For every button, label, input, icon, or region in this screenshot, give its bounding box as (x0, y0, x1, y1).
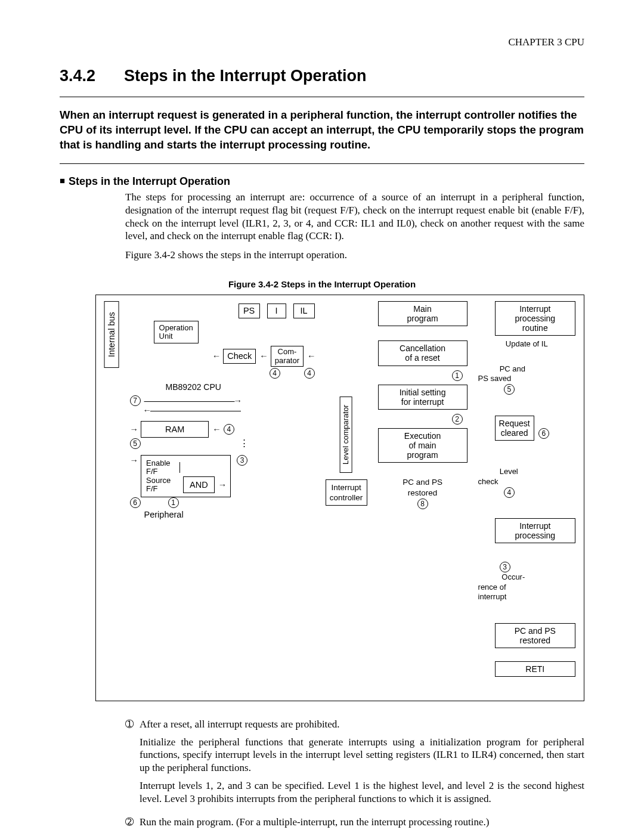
operation-unit-box: Operation Unit (154, 321, 199, 344)
circled-4: 4 (304, 368, 315, 379)
flow-interrupt-processing: Interrupt processing (495, 518, 575, 543)
square-bullet-icon: ■ (60, 175, 65, 185)
arrow-icon: ← (259, 351, 267, 362)
enable-ff-label: Enable F/F (146, 459, 176, 476)
arrow-icon: → (130, 424, 138, 435)
peripheral-label: Peripheral (144, 509, 184, 521)
section-title: 3.4.2Steps in the Interrupt Operation (60, 66, 584, 86)
intro-para-2: Figure 3.4-2 shows the steps in the inte… (125, 249, 584, 262)
comparator-box: Com- parator (271, 346, 304, 367)
flow-initial-setting: Initial setting for interrupt (378, 385, 467, 410)
circled-1: 1 (168, 497, 179, 508)
step-2-para-a: Run the main program. (For a multiple-in… (140, 816, 584, 829)
arrow-icon: ← (212, 424, 220, 435)
arrow-icon: ← (212, 351, 220, 362)
circled-7: 7 (130, 395, 141, 406)
flow-pcps-restored-box: PC and PS restored (495, 623, 575, 648)
circled-8: 8 (417, 498, 428, 509)
circled-1: 1 (452, 370, 463, 381)
note-update-il: Update of IL (478, 339, 575, 349)
circled-3: 3 (237, 455, 247, 466)
figure-caption: Figure 3.4-2 Steps in the Interrupt Oper… (60, 278, 584, 290)
flow-cancel-reset: Cancellation of a reset (378, 340, 467, 366)
dots-icon: ⋮ (240, 438, 250, 449)
section-title-text: Steps in the Interrupt Operation (124, 67, 367, 85)
circled-6: 6 (538, 428, 549, 439)
interrupt-controller-box: Interrupt controller (326, 479, 367, 506)
section-number: 3.4.2 (60, 66, 124, 86)
circled-3: 3 (500, 562, 510, 572)
flow-main-program: Main program (378, 301, 467, 326)
il-box: IL (293, 304, 315, 318)
steps-list: ➀ After a reset, all interrupt requests … (125, 718, 584, 833)
arrow-icon: ← (307, 351, 315, 362)
figure-3-4-2: Internal bus PS I IL Operation Unit ← Ch… (95, 295, 584, 701)
source-ff-label: Source F/F (146, 476, 176, 494)
check-box: Check (223, 349, 256, 364)
flow-reti: RETI (495, 661, 575, 677)
circled-4: 4 (224, 424, 234, 435)
step-1-marker: ➀ (125, 718, 140, 810)
main-program-flow: Main program Cancellation of a reset 1 I… (378, 301, 467, 690)
lead-paragraph: When an interrupt request is generated i… (60, 108, 584, 153)
note-pcps-saved: PC and PS saved (478, 364, 526, 383)
arrow-icon: → (218, 479, 226, 490)
arrow-icon: → (130, 455, 138, 466)
step-1: ➀ After a reset, all interrupt requests … (125, 718, 584, 810)
interrupt-routine-flow: Interrupt processing routine Update of I… (478, 301, 575, 690)
circled-4: 4 (270, 368, 280, 379)
internal-bus-label: Internal bus (104, 301, 119, 368)
step-1-para-b: Initialize the peripheral functions that… (140, 736, 584, 775)
ram-box: RAM (141, 421, 209, 438)
flow-interrupt-routine: Interrupt processing routine (495, 301, 575, 336)
peripheral-box: Enable F/F Source F/F AND → (141, 455, 231, 497)
subsection-heading: ■Steps in the Interrupt Operation (60, 175, 584, 188)
i-box: I (267, 304, 286, 318)
rule-bottom (60, 163, 584, 164)
step-2: ➁ Run the main program. (For a multiple-… (125, 816, 584, 833)
note-level-check: Level check (478, 467, 518, 486)
level-comparator-box: Level comparator (340, 397, 352, 473)
subsection-heading-text: Steps in the Interrupt Operation (69, 175, 230, 187)
note-occurrence: Occur- rence of interrupt (478, 572, 525, 601)
step-1-para-a: After a reset, all interrupt requests ar… (140, 718, 584, 731)
step-2-marker: ➁ (125, 816, 140, 833)
circled-6: 6 (130, 497, 141, 508)
intro-para-1: The steps for processing an interrupt ar… (125, 191, 584, 243)
circled-2: 2 (452, 414, 463, 425)
intro-text: The steps for processing an interrupt ar… (125, 191, 584, 262)
circled-5: 5 (504, 384, 515, 395)
ps-box: PS (239, 304, 260, 318)
arrow-icon: ←———————————— (143, 405, 240, 416)
cpu-label: MB89202 CPU (166, 382, 315, 393)
step-1-para-c: Interrupt levels 1, 2, and 3 can be spec… (140, 779, 584, 806)
flow-pcps-restored: PC and PS restored (378, 477, 467, 498)
circled-4: 4 (504, 487, 515, 498)
flow-request-cleared: Request cleared (495, 416, 534, 441)
chapter-header: CHAPTER 3 CPU (60, 36, 584, 49)
rule-top (60, 97, 584, 97)
and-box: AND (183, 476, 215, 493)
flow-exec-main: Execution of main program (378, 428, 467, 463)
circled-5: 5 (130, 438, 141, 449)
